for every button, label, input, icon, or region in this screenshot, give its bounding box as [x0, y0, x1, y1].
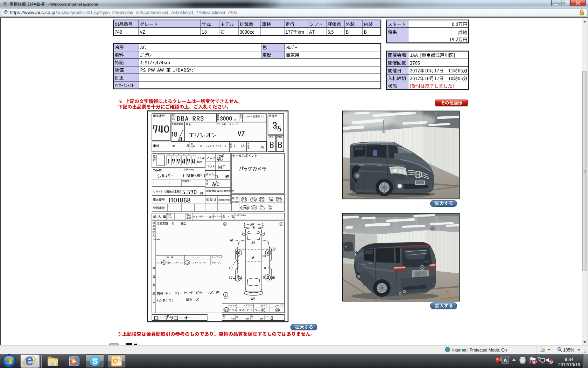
svg-text:+: +: [559, 348, 560, 351]
svg-text:S: S: [92, 357, 98, 366]
svg-text:105%: 105%: [563, 348, 574, 353]
svg-text:https://www.iauc.co.jp: https://www.iauc.co.jp: [10, 10, 55, 15]
svg-text:/auction/predtslct01.jsp?type=: /auction/predtslct01.jsp?type=24&display…: [56, 10, 238, 15]
svg-text:9:34: 9:34: [565, 357, 573, 362]
svg-text:Internet | Protected Mode: On: Internet | Protected Mode: On: [452, 348, 507, 353]
svg-text:2012/10/18: 2012/10/18: [558, 362, 580, 367]
svg-text:A: A: [503, 357, 507, 363]
svg-text:Windows Internet Explorer: Windows Internet Explorer: [50, 2, 98, 7]
